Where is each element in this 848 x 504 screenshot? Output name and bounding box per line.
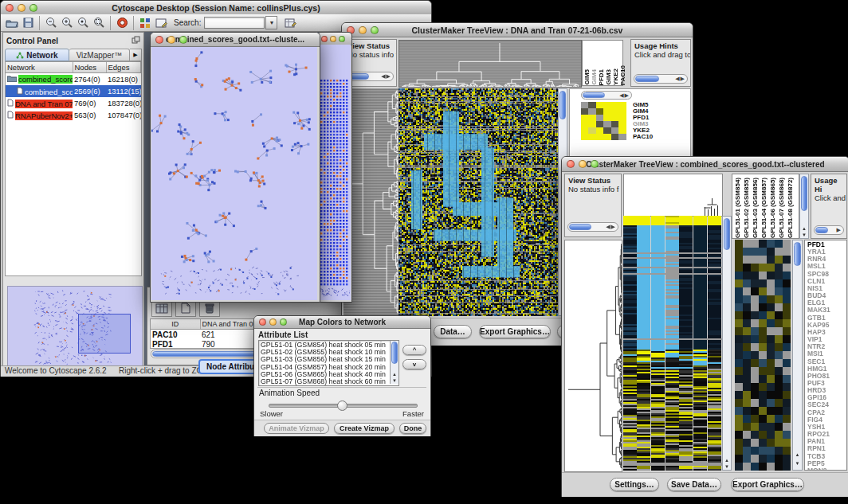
main-titlebar[interactable]: Cytoscape Desktop (Session Name: collins… [1, 1, 431, 15]
zoom-button[interactable] [280, 318, 287, 326]
network1-canvas[interactable] [151, 47, 317, 300]
map-colors-dialog: Map Colors to Network Attribute List GPL… [253, 315, 431, 436]
zoom-fit-icon[interactable] [75, 16, 91, 29]
zoom-button[interactable] [371, 26, 379, 34]
window-controls[interactable] [6, 4, 37, 12]
minimize-button[interactable] [167, 36, 175, 44]
tv1-column-labels: GIM5GIM4PFD1GIM3YKE2PAC10 [582, 40, 623, 86]
tv1-column-dendrogram[interactable] [398, 40, 582, 88]
save-icon[interactable] [20, 16, 36, 29]
tv1-detail-heatmap[interactable] [581, 102, 626, 140]
zoom-in-icon[interactable] [59, 16, 75, 29]
tv1-detail-gene-labels: GIM5GIM4PFD1GIM3YKE2PAC10 [633, 102, 653, 140]
tv2-heatmap-vscrollbar[interactable]: ▲▼ [722, 216, 732, 471]
tv2-gene-list[interactable]: PFD1YRA1RNR4MSL1SPC98CLN1NIS1BUD4ELG1MAK… [804, 240, 847, 471]
float-panel-icon[interactable] [132, 33, 140, 47]
zoom-button[interactable] [29, 4, 37, 12]
tv2-row-dendrogram[interactable] [564, 240, 622, 472]
tv1-export-graphics-button[interactable]: Export Graphics… [479, 325, 551, 338]
move-up-button[interactable]: ^ [402, 345, 426, 355]
tv2-column-labels: GPL51-01 (GSM854)GPL51-02 (GSM855)GPL51-… [732, 174, 799, 239]
attribute-list-vscrollbar[interactable]: ▲▼ [390, 341, 398, 384]
tv2-labels-vscrollbar[interactable]: ▲▼ [799, 174, 809, 239]
minimize-button[interactable] [18, 4, 26, 12]
tab-network[interactable]: Network [5, 49, 69, 61]
network2-grid-canvas[interactable] [320, 78, 350, 298]
search-dropdown-button[interactable]: ▼ [265, 16, 277, 29]
column-label: GPL51-08 (GSM872) [787, 178, 794, 238]
tv2-column-dendrogram[interactable] [623, 174, 723, 217]
tv2-save-data-button[interactable]: Save Data… [667, 478, 721, 491]
attribute-list[interactable]: GPL51-01 (GSM854) heat shock 05 minGPL51… [258, 340, 399, 386]
zoom-button[interactable] [591, 160, 599, 168]
annotation-icon[interactable] [153, 16, 169, 29]
zoom-button[interactable] [179, 36, 187, 44]
animate-vizmap-button[interactable]: Animate Vizmap [264, 423, 329, 434]
minimize-button[interactable] [269, 318, 277, 326]
dp-col-id[interactable]: ID [151, 319, 200, 330]
more-tabs-button[interactable]: ▶ [130, 49, 142, 61]
search-input[interactable] [204, 17, 265, 29]
tv1-detail-hscrollbar[interactable]: ◀▶ [581, 91, 632, 100]
tv2-settings-button[interactable]: Settings… [610, 478, 659, 491]
tv2-heatmap[interactable] [623, 216, 722, 471]
close-button[interactable] [321, 36, 328, 42]
minimize-button[interactable] [359, 26, 367, 34]
attribute-list-item[interactable]: GPL51-07 (GSM868) heat shock 60 min [261, 378, 398, 385]
move-down-button[interactable]: v [402, 359, 426, 369]
overview-viewport-rect[interactable] [78, 314, 131, 354]
network-edges: 16218(0) [106, 73, 141, 86]
done-button[interactable]: Done [399, 423, 426, 434]
network-list-row[interactable]: DNA and Tran 07769(0)183728(0) [6, 97, 141, 109]
network-overview[interactable] [7, 286, 143, 370]
col-network[interactable]: Network [6, 62, 73, 73]
tab-vizmapper[interactable]: VizMapper™ [69, 49, 130, 61]
zoom-button[interactable] [339, 36, 345, 42]
network-nodes: 769(0) [73, 97, 106, 109]
tv1-hints-scrollbar[interactable]: ◀▶ [634, 74, 688, 84]
close-button[interactable] [6, 4, 14, 12]
column-label: GPL51-01 (GSM854) [735, 178, 741, 238]
column-label: GIM3 [606, 69, 612, 85]
network1-titlebar[interactable]: combined_scores_good.txt--cluste... [151, 33, 320, 47]
minimize-button[interactable] [579, 160, 587, 168]
tv2-detail-heatmap[interactable] [735, 240, 791, 471]
tv1-status-scrollbar[interactable]: ◀▶ [347, 72, 394, 81]
animation-speed-slider[interactable] [269, 400, 416, 408]
col-edges[interactable]: Edges [106, 62, 141, 73]
gene-label[interactable]: MON2 [807, 467, 846, 471]
create-vizmap-button[interactable]: Create Vizmap [334, 423, 395, 434]
network-list-row[interactable]: RNAPuberNov2+563(0)107847(0) [6, 109, 141, 121]
tv2-hints-scrollbar[interactable]: ▶ [814, 225, 844, 235]
zoom-out-icon[interactable] [43, 16, 59, 29]
file-icon [17, 88, 23, 96]
network-list-row[interactable]: combined_scores2764(0)16218(0) [6, 73, 141, 86]
close-button[interactable] [155, 36, 163, 44]
file-icon [7, 100, 14, 108]
tv1-save-data-button[interactable]: Data… [434, 325, 472, 338]
network-list-row[interactable]: combined_sco2569(6)13112(15) [6, 85, 141, 97]
dialog-titlebar[interactable]: Map Colors to Network [254, 316, 430, 329]
column-label: PAC10 [620, 65, 626, 85]
network2-canvas-area[interactable] [319, 45, 351, 300]
table-edit-icon[interactable] [282, 16, 298, 29]
tv2-detail-vscrollbar[interactable]: ▲▼ [792, 240, 803, 471]
minimize-button[interactable] [330, 36, 336, 42]
tv2-status-text: No status info f [565, 185, 621, 193]
open-file-icon[interactable] [4, 16, 20, 29]
network-window-2 [317, 32, 352, 303]
close-button[interactable] [567, 160, 575, 168]
zoom-selected-icon[interactable] [91, 16, 107, 29]
slider-thumb[interactable] [337, 400, 347, 411]
tv2-status-scrollbar[interactable]: ◀▶ [567, 222, 618, 232]
close-button[interactable] [259, 318, 266, 326]
column-label: GPL51-03 (GSM856) [752, 178, 759, 238]
help-lifebuoy-icon[interactable] [114, 16, 130, 29]
column-label: GPL51-07 (GSM868) [779, 178, 785, 238]
col-nodes[interactable]: Nodes [73, 62, 106, 73]
treeview1-titlebar[interactable]: ClusterMaker TreeView : DNA and Tran 07-… [342, 23, 693, 37]
tv1-heatmap[interactable] [398, 88, 558, 316]
vizmap-icon[interactable] [137, 16, 153, 29]
tv2-export-graphics-button[interactable]: Export Graphics… [731, 478, 804, 491]
treeview2-titlebar[interactable]: ClusterMaker TreeView : combined_scores_… [562, 157, 848, 172]
